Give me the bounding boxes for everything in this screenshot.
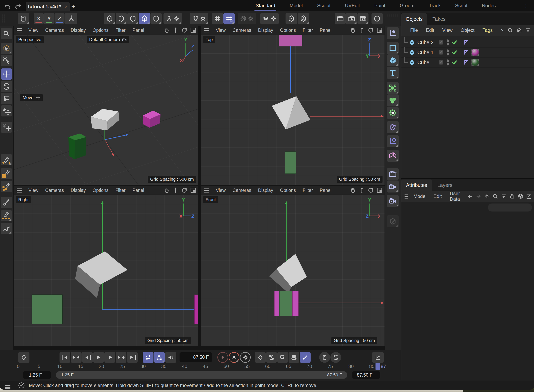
viewport-top-canvas[interactable]: Top Grid Spacing : 50 cm Z Y X: [201, 35, 385, 185]
next-frame-button[interactable]: [104, 352, 115, 363]
key-pla-button[interactable]: [300, 352, 310, 363]
viewport-menu-icon[interactable]: [204, 188, 209, 189]
attr-back-icon[interactable]: [467, 193, 473, 199]
dolly-view-icon[interactable]: [172, 187, 179, 193]
next-key-button[interactable]: [116, 352, 126, 363]
attr-filter-icon[interactable]: [501, 193, 506, 199]
status-menu-icon[interactable]: [5, 385, 10, 386]
vp-menu-filter[interactable]: Filter: [299, 28, 316, 33]
spline-smooth-button[interactable]: [1, 223, 12, 234]
spline-primitive-button[interactable]: [387, 42, 399, 54]
viewport-menu-icon[interactable]: [204, 28, 209, 29]
attr-forward-icon[interactable]: [476, 193, 481, 199]
range-end-field[interactable]: 87.50 F: [352, 371, 380, 378]
maximize-view-icon[interactable]: [190, 27, 196, 33]
vp-menu-panel[interactable]: Panel: [316, 28, 335, 33]
key-position-button[interactable]: [255, 352, 266, 363]
move-tool-button[interactable]: [1, 68, 12, 80]
om-menu-object[interactable]: Object: [457, 28, 478, 33]
layout-tab-model[interactable]: Model: [282, 3, 310, 8]
viewport-front-canvas[interactable]: Front Grid Spacing : 50 cm Y Z X: [201, 195, 385, 346]
quantize-button[interactable]: [224, 13, 235, 24]
fcurve-ramp-button[interactable]: [372, 352, 384, 363]
grid-button[interactable]: [212, 13, 223, 24]
layout-overflow-icon[interactable]: ⋮: [523, 3, 529, 9]
axis-workplane-button[interactable]: [298, 13, 309, 24]
toolbar-grip[interactable]: [2, 14, 6, 23]
prev-key-button[interactable]: [71, 352, 81, 363]
vp-menu-filter[interactable]: Filter: [112, 188, 129, 193]
edge-mode-button[interactable]: [127, 13, 138, 24]
om-menu-file[interactable]: File: [406, 28, 422, 33]
sound-button[interactable]: [165, 352, 176, 363]
editor-toggle-icon[interactable]: [438, 40, 444, 45]
loop-playback-button[interactable]: [143, 352, 153, 363]
axis-modifier-button[interactable]: [387, 135, 399, 147]
editor-toggle-icon[interactable]: [438, 60, 444, 65]
range-start-field[interactable]: 1.25 F: [23, 371, 51, 378]
layout-tab-sculpt[interactable]: Sculpt: [310, 3, 338, 8]
vp-menu-view[interactable]: View: [212, 28, 229, 33]
maximize-view-icon[interactable]: [190, 187, 196, 193]
enabled-check-icon[interactable]: [451, 39, 458, 45]
attr-menu-edit[interactable]: Edit: [429, 193, 446, 199]
vp-menu-panel[interactable]: Panel: [129, 188, 148, 193]
om-menu-more[interactable]: >: [497, 28, 508, 33]
phong-tag-icon[interactable]: [463, 50, 469, 55]
dolly-view-icon[interactable]: [172, 27, 179, 33]
dolly-view-icon[interactable]: [359, 27, 365, 33]
viewport-right-canvas[interactable]: Right Grid Spacing : 50 cm Y X Z: [14, 195, 198, 346]
goto-end-button[interactable]: [127, 352, 138, 363]
timeline-ruler[interactable]: 0510152025303540455055606570758085: [17, 364, 386, 371]
vp-menu-options[interactable]: Options: [89, 188, 112, 193]
attributes-empty-field[interactable]: [488, 204, 532, 211]
document-tab[interactable]: tutorial 1.c4d * ×: [26, 2, 70, 11]
preview-range-slider[interactable]: 1.25 F 87.50 F: [56, 371, 347, 378]
model-mode-button[interactable]: [104, 13, 115, 24]
vp-menu-view[interactable]: View: [212, 188, 229, 193]
current-frame-field[interactable]: 87.50 F: [180, 352, 212, 362]
play-mode-button[interactable]: [154, 352, 165, 363]
lock-z-axis-button[interactable]: Z: [54, 13, 65, 24]
snap-settings-button[interactable]: [190, 13, 208, 24]
tab-close-icon[interactable]: ×: [65, 4, 67, 9]
layout-tab-standard[interactable]: Standard: [248, 3, 282, 8]
search-commander-button[interactable]: [1, 28, 12, 39]
live-selection-button[interactable]: [1, 43, 12, 54]
vp-menu-filter[interactable]: Filter: [299, 188, 316, 193]
object-name[interactable]: Cube.1: [417, 50, 438, 56]
scene-clapper-button[interactable]: [387, 168, 399, 180]
pan-view-icon[interactable]: [350, 187, 356, 193]
scale-tool-button[interactable]: [1, 93, 12, 104]
visibility-dots[interactable]: [447, 39, 449, 45]
tweak-tool-button[interactable]: [1, 55, 12, 66]
dolly-view-icon[interactable]: [359, 187, 365, 193]
viewport-menu-icon[interactable]: [17, 188, 22, 189]
pan-view-icon[interactable]: [164, 187, 170, 193]
orbit-view-icon[interactable]: [181, 27, 187, 33]
keying-settings-button[interactable]: [240, 352, 251, 363]
tab-takes[interactable]: Takes: [427, 14, 451, 25]
render-view-button[interactable]: [335, 13, 346, 24]
keyframe-bar-button[interactable]: [18, 352, 29, 363]
transform-tool-button[interactable]: [1, 105, 12, 117]
render-picture-viewer-button[interactable]: [346, 13, 357, 24]
spline-pen-button[interactable]: [1, 154, 12, 165]
right-toolbar-grip[interactable]: [386, 14, 398, 17]
modeling-settings-button[interactable]: [238, 13, 256, 24]
om-home-icon[interactable]: [516, 28, 522, 33]
om-filter-icon[interactable]: [525, 28, 531, 33]
pan-view-icon[interactable]: [164, 27, 170, 33]
ik-settings-button[interactable]: [163, 13, 182, 24]
enabled-check-icon[interactable]: [451, 49, 458, 56]
attr-menu-userdata[interactable]: User Data: [446, 191, 467, 202]
material-manager-button[interactable]: [372, 13, 383, 24]
volume-builder-button[interactable]: [387, 94, 399, 107]
symmetry-object-button[interactable]: [387, 150, 399, 162]
object-row[interactable]: Cube: [401, 57, 534, 68]
rectangle-spline-button[interactable]: [1, 168, 12, 179]
om-menu-view[interactable]: View: [438, 28, 457, 33]
object-name[interactable]: Cube.2: [417, 40, 438, 45]
texture-mode-button[interactable]: [150, 13, 162, 24]
symmetry-settings-button[interactable]: [260, 13, 279, 24]
